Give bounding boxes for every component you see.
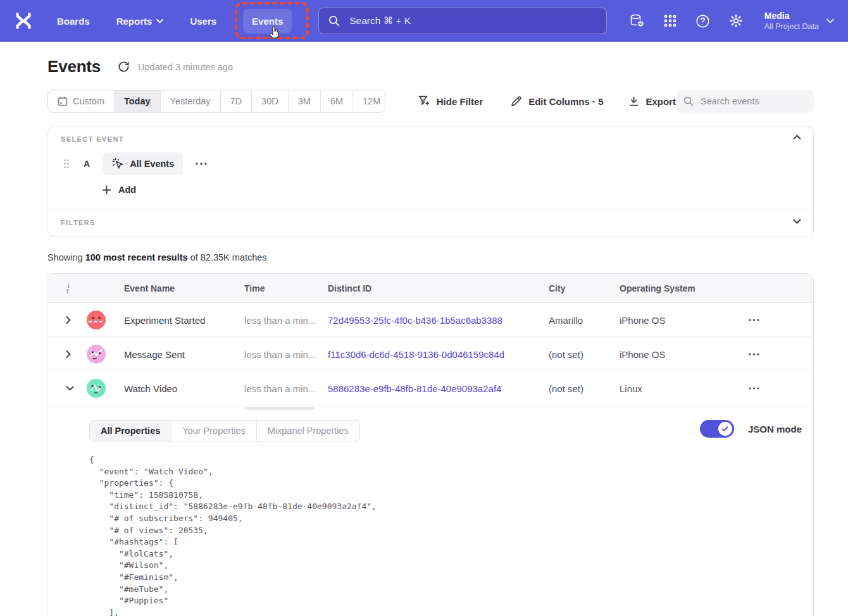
- toggle-knob: [718, 422, 732, 436]
- date-range-3m[interactable]: 3M: [288, 90, 320, 112]
- row-collapse-icon[interactable]: [63, 383, 77, 393]
- date-range-label: 12M: [363, 96, 380, 106]
- tab-mixpanel-properties[interactable]: Mixpanel Properties: [256, 421, 359, 441]
- row-expander-icon[interactable]: [63, 313, 73, 326]
- hide-filter-button[interactable]: Hide Filter: [418, 95, 483, 107]
- filters-section[interactable]: FILTERS: [48, 209, 813, 237]
- table-header: ↓↑ Event Name Time Distinct ID City Oper…: [48, 274, 813, 303]
- project-info: Media All Project Data: [764, 10, 819, 32]
- apps-grid-icon[interactable]: [663, 14, 677, 28]
- event-os: iPhone OS: [620, 348, 666, 359]
- plus-icon: [102, 185, 111, 195]
- json-line: "#Puppies": [89, 595, 813, 607]
- events-search: [676, 90, 814, 113]
- mixpanel-logo-icon[interactable]: [14, 11, 33, 30]
- date-range-label: Yesterday: [170, 96, 211, 106]
- date-range-7d[interactable]: 7D: [220, 90, 252, 112]
- properties-tabs: All Properties Your Properties Mixpanel …: [89, 420, 360, 441]
- json-line: {: [89, 454, 813, 466]
- query-builder-card: SELECT EVENT A: [47, 126, 814, 237]
- export-button[interactable]: Export: [628, 96, 676, 107]
- row-options-button[interactable]: [745, 316, 763, 324]
- settings-gear-icon[interactable]: [728, 13, 744, 28]
- row-expander-icon[interactable]: [63, 347, 73, 360]
- event-time: less than a min...: [244, 314, 316, 325]
- event-time: less than a min...: [244, 348, 316, 359]
- download-icon: [628, 96, 639, 107]
- top-navbar: Boards Reports Users Events: [0, 0, 848, 42]
- global-search-input[interactable]: [348, 15, 597, 27]
- json-line: "#lolCats",: [89, 548, 813, 560]
- collapse-section-button[interactable]: [793, 135, 801, 140]
- hand-cursor-icon: [267, 26, 281, 41]
- refresh-icon[interactable]: [118, 61, 130, 73]
- date-range-label: 7D: [230, 96, 242, 106]
- project-scope: All Project Data: [764, 22, 819, 32]
- results-summary: Showing 100 most recent results of 82.35…: [47, 252, 267, 262]
- date-range-30d[interactable]: 30D: [251, 90, 288, 112]
- drag-handle-icon[interactable]: [63, 159, 70, 169]
- project-switcher[interactable]: Media All Project Data: [764, 10, 834, 32]
- json-mode-control: JSON mode: [700, 420, 802, 438]
- search-icon: [328, 15, 340, 27]
- json-line: "distinct_id": "5886283e-e9fb-48fb-81de-…: [89, 501, 813, 513]
- data-management-icon[interactable]: [629, 13, 645, 28]
- nav-item-label: Users: [190, 16, 216, 27]
- column-header-time[interactable]: Time: [244, 283, 265, 293]
- date-range-label: 6M: [330, 96, 343, 106]
- json-line: ],: [89, 607, 813, 616]
- nav-item-users[interactable]: Users: [190, 16, 216, 27]
- event-query-row: A All Events: [63, 152, 209, 175]
- table-row[interactable]: Experiment Started less than a min... 72…: [48, 303, 813, 337]
- search-icon: [683, 96, 694, 106]
- column-header-distinct-id[interactable]: Distinct ID: [328, 283, 371, 293]
- events-table: ↓↑ Event Name Time Distinct ID City Oper…: [47, 273, 814, 616]
- date-range-selector: Custom Today Yesterday 7D 30D 3M 6M 12M: [47, 90, 385, 113]
- column-header-event-name[interactable]: Event Name: [124, 283, 175, 293]
- tab-your-properties[interactable]: Your Properties: [171, 421, 256, 441]
- column-header-city[interactable]: City: [549, 283, 565, 293]
- ellipsis-icon: [749, 319, 759, 321]
- json-line: "#Wilson",: [89, 560, 813, 572]
- edit-columns-label: Edit Columns · 5: [528, 96, 603, 107]
- row-options-button[interactable]: [745, 350, 763, 359]
- collapse-expand-all-icon[interactable]: ↓↑: [65, 283, 70, 294]
- distinct-id-link[interactable]: f11c30d6-dc6d-4518-9136-0d046159c84d: [328, 348, 504, 359]
- date-range-yesterday[interactable]: Yesterday: [160, 90, 220, 112]
- last-updated-text: Updated 3 minutes ago: [138, 62, 233, 72]
- all-events-chip[interactable]: All Events: [103, 152, 183, 175]
- date-range-12m[interactable]: 12M: [352, 90, 385, 112]
- chevron-down-icon: [826, 18, 834, 23]
- date-range-custom[interactable]: Custom: [48, 90, 114, 112]
- add-event-button[interactable]: Add: [102, 185, 136, 195]
- select-event-section: SELECT EVENT A: [48, 127, 813, 209]
- event-options-button[interactable]: [193, 160, 209, 168]
- tab-all-properties[interactable]: All Properties: [90, 421, 171, 441]
- horizontal-scrollbar[interactable]: [244, 407, 315, 410]
- table-row-expanded[interactable]: Watch Video less than a min... 5886283e-…: [48, 371, 813, 405]
- events-search-input[interactable]: [699, 95, 806, 107]
- distinct-id-link[interactable]: 72d49553-25fc-4f0c-b436-1b5ac6ab3388: [328, 314, 502, 325]
- column-header-os[interactable]: Operating System: [620, 283, 695, 293]
- date-range-today[interactable]: Today: [114, 90, 160, 112]
- expand-section-button[interactable]: [793, 219, 801, 224]
- edit-columns-button[interactable]: Edit Columns · 5: [511, 95, 603, 107]
- ellipsis-icon: [196, 163, 207, 165]
- event-avatar: [87, 345, 106, 364]
- date-range-6m[interactable]: 6M: [320, 90, 352, 112]
- help-icon[interactable]: [695, 14, 710, 28]
- json-mode-toggle[interactable]: [700, 420, 734, 438]
- nav-item-events-wrap: Events: [243, 9, 292, 34]
- distinct-id-link[interactable]: 5886283e-e9fb-48fb-81de-40e9093a2af4: [328, 383, 501, 393]
- summary-prefix: Showing: [47, 252, 85, 262]
- json-line: "#meTube",: [89, 584, 813, 596]
- event-detail-panel: All Properties Your Properties Mixpanel …: [48, 405, 813, 616]
- nav-item-label: Reports: [116, 16, 153, 27]
- nav-item-reports[interactable]: Reports: [116, 16, 164, 27]
- nav-item-boards[interactable]: Boards: [57, 16, 90, 27]
- table-row[interactable]: Message Sent less than a min... f11c30d6…: [48, 337, 813, 371]
- json-line: "properties": {: [89, 477, 813, 490]
- date-range-label: Custom: [73, 96, 104, 106]
- row-options-button[interactable]: [745, 384, 763, 393]
- check-icon: [721, 426, 728, 432]
